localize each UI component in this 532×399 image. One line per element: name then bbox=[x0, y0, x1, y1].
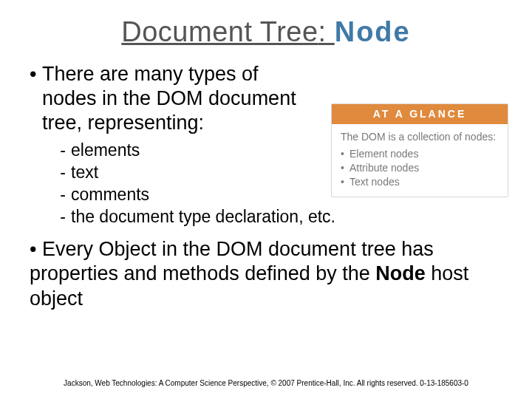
title-left: Document Tree bbox=[121, 16, 318, 47]
bullet-primary: • There are many types of nodes in the D… bbox=[30, 62, 511, 135]
title-separator: : bbox=[318, 16, 335, 47]
title-right: Node bbox=[335, 16, 411, 47]
dash-icon: - bbox=[55, 162, 71, 183]
list-item-text: comments bbox=[71, 185, 149, 204]
list-item: -elements bbox=[55, 140, 511, 160]
bullet-primary: • Every Object in the DOM document tree … bbox=[30, 237, 511, 312]
list-item-text: text bbox=[71, 163, 98, 182]
dash-icon: - bbox=[55, 184, 71, 205]
bullet-primary-text: There are many types of nodes in the DOM… bbox=[42, 62, 308, 135]
dash-icon: - bbox=[55, 206, 71, 227]
bullet-text-bold: Node bbox=[375, 262, 426, 284]
list-item-text: the document type declaration, etc. bbox=[71, 207, 335, 226]
list-item: -comments bbox=[55, 184, 511, 205]
bullet-icon: • bbox=[30, 63, 36, 85]
bullet-text-pre: Every Object in the DOM document tree ha… bbox=[30, 238, 434, 285]
list-item-text: elements bbox=[71, 140, 140, 160]
list-item: -text bbox=[55, 162, 511, 183]
dash-icon: - bbox=[55, 140, 71, 160]
slide-footer: Jackson, Web Technologies: A Computer Sc… bbox=[0, 379, 532, 387]
slide-title: Document Tree: Node bbox=[0, 0, 532, 49]
list-item: -the document type declaration, etc. bbox=[55, 206, 511, 227]
slide-content: • There are many types of nodes in the D… bbox=[0, 49, 532, 312]
dash-list: -elements -text -comments -the document … bbox=[55, 140, 511, 227]
bullet-icon: • bbox=[30, 238, 36, 260]
slide: Document Tree: Node AT A GLANCE The DOM … bbox=[0, 0, 532, 399]
